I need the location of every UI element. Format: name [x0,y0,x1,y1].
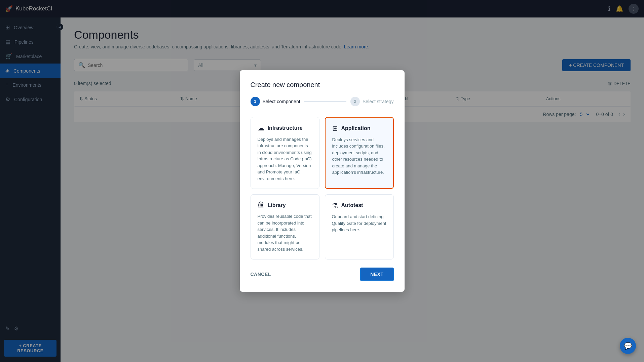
create-component-modal: Create new component 1 Select component … [240,70,405,292]
library-icon: 🏛 [258,201,264,209]
infrastructure-card[interactable]: ☁ Infrastructure Deploys and manages the… [251,117,319,189]
infrastructure-title: Infrastructure [268,125,303,131]
step1-label: Select component [263,99,300,104]
library-card[interactable]: 🏛 Library Provides reusable code that ca… [251,194,319,259]
chat-fab-button[interactable]: 💬 [620,338,636,354]
step2-circle: 2 [350,97,360,106]
step-1: 1 Select component [251,97,300,106]
library-card-header: 🏛 Library [258,201,312,209]
autotest-card-header: ⚗ Autotest [332,201,387,209]
application-title: Application [341,125,371,131]
autotest-desc: Onboard and start defining Quality Gate … [332,213,387,233]
step-2: 2 Select strategy [350,97,394,106]
application-card[interactable]: ⊞ Application Deploys services and inclu… [325,117,394,189]
library-desc: Provides reusable code that can be incor… [258,213,312,252]
step-line [304,101,346,102]
infrastructure-icon: ☁ [258,124,264,132]
modal-overlay[interactable]: Create new component 1 Select component … [0,0,644,362]
autotest-title: Autotest [341,202,363,208]
application-card-header: ⊞ Application [332,124,386,132]
application-icon: ⊞ [332,124,338,132]
step2-label: Select strategy [363,99,394,104]
component-type-cards: ☁ Infrastructure Deploys and manages the… [251,117,394,260]
modal-title: Create new component [251,81,394,89]
library-title: Library [268,202,286,208]
application-desc: Deploys services and includes configurat… [332,136,386,176]
cancel-button[interactable]: CANCEL [251,268,271,280]
next-button[interactable]: NEXT [360,268,393,281]
infrastructure-desc: Deploys and manages the infrastructure c… [258,136,312,182]
stepper: 1 Select component 2 Select strategy [251,97,394,106]
modal-footer: CANCEL NEXT [251,268,394,281]
infrastructure-card-header: ☁ Infrastructure [258,124,312,132]
autotest-icon: ⚗ [332,201,338,209]
autotest-card[interactable]: ⚗ Autotest Onboard and start defining Qu… [325,194,394,259]
step1-circle: 1 [251,97,260,106]
